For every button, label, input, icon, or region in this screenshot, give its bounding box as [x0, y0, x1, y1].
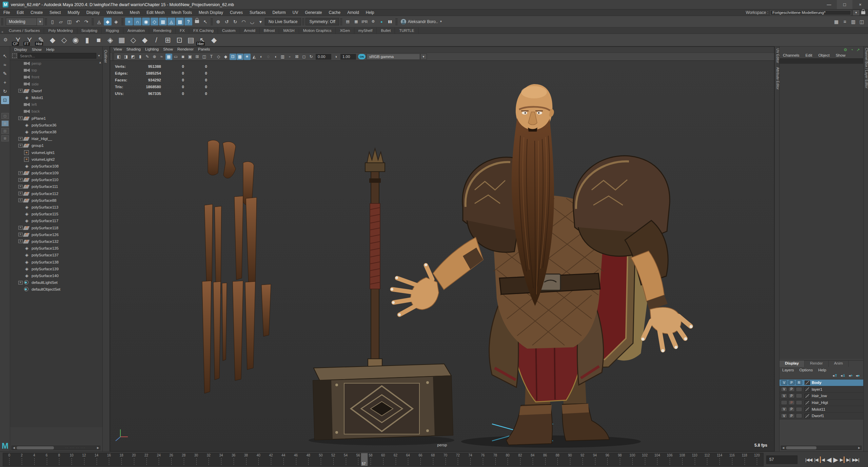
outliner-menu-item[interactable]: Display — [14, 47, 31, 52]
layer-render-toggle[interactable] — [796, 393, 802, 398]
lock-camera[interactable]: ◨ — [123, 54, 130, 60]
menu-item[interactable]: Edit — [13, 9, 27, 16]
menu-item[interactable]: Arnold — [344, 9, 362, 16]
drag-handle[interactable] — [121, 18, 124, 25]
outliner-item[interactable]: ◈ ☀ polySurface140 — [10, 272, 102, 279]
scroll-left-icon[interactable]: ◀ — [12, 446, 16, 449]
undo[interactable]: ↶ — [74, 18, 82, 25]
render-view[interactable]: ▤ — [344, 18, 352, 25]
hierarchy-select[interactable]: ↖ Hier — [197, 35, 208, 45]
menu-item[interactable]: Cache — [325, 9, 344, 16]
snap-view-plane[interactable]: ▦ — [159, 18, 167, 25]
cube-primitive[interactable]: ■ — [93, 35, 104, 45]
wireframe-mode[interactable]: ◇ — [215, 54, 222, 60]
more-dd[interactable]: ▾ — [257, 18, 264, 25]
select-camera[interactable]: ◧ — [116, 54, 122, 60]
layer-editor-menu-item[interactable]: Help — [818, 368, 826, 372]
expand-toggle[interactable] — [18, 185, 23, 189]
rotate-tool[interactable]: ↻ — [1, 87, 9, 95]
scroll-up-icon[interactable]: ▲ — [99, 61, 102, 64]
layer-color-swatch[interactable] — [805, 401, 810, 405]
outliner-item[interactable]: ◈ ☀ side — [10, 81, 102, 87]
shelf-tab[interactable]: myShelf — [354, 28, 377, 34]
layer-row[interactable]: V P Hair_low — [780, 393, 863, 400]
shelf-tab[interactable]: FX — [176, 28, 189, 34]
shelf-tab[interactable]: MASH — [279, 28, 299, 34]
sphere-primitive[interactable]: ◉ — [70, 35, 81, 45]
anti-aliasing[interactable]: ◖ — [272, 54, 279, 60]
select-object[interactable]: ◆ — [104, 18, 112, 25]
layout-single[interactable]: ▢ — [1, 113, 9, 119]
outliner-vertical-tab[interactable]: Outliner — [103, 46, 109, 66]
field-chart[interactable]: ⊞ — [194, 54, 201, 60]
curve-b[interactable]: ◡ — [248, 18, 256, 25]
redo[interactable]: ↷ — [82, 18, 90, 25]
selection-lock-icon[interactable] — [193, 18, 201, 25]
ambient-occlusion[interactable]: ◌ — [265, 54, 272, 60]
outliner-item[interactable]: ◈ ☀ polySurface135 — [10, 245, 102, 252]
outliner-item[interactable]: ◈ ☀ polySurface108 — [10, 163, 102, 170]
zoom-region[interactable]: ⊕ — [151, 54, 158, 60]
step-forward-frame[interactable]: ▶| — [846, 456, 850, 463]
outliner-item[interactable]: ◈ ☀ defaultLightSet — [10, 279, 102, 286]
menu-item[interactable]: Surfaces — [246, 9, 269, 16]
shelf-tab[interactable]: Poly Modeling — [44, 28, 77, 34]
outliner-item[interactable]: ◈ ☀ polySurface112 — [10, 190, 102, 197]
expand-toggle[interactable] — [18, 137, 23, 141]
channel-box-menu-item[interactable]: Channels — [783, 53, 800, 57]
snap-projected-center[interactable]: ◇ — [151, 18, 158, 25]
menu-item[interactable]: File — [0, 9, 13, 16]
layer-visibility-toggle[interactable]: V — [781, 393, 787, 398]
shelf-gear-icon[interactable]: ⚙ — [3, 37, 9, 43]
layout-split[interactable]: ◫ — [1, 128, 9, 134]
layer-playback-toggle[interactable]: P — [788, 393, 795, 398]
outliner-menu-item[interactable]: Show — [32, 47, 45, 52]
user-account-chip[interactable]: Aleksandr Boro.. ▼ — [399, 19, 445, 24]
outliner-item[interactable]: ◈ ☀ pPlane1 — [10, 115, 102, 122]
outliner-item[interactable]: ◈ ☀ defaultObjectSet — [10, 286, 102, 293]
freeze-transform[interactable]: Y FT — [24, 35, 35, 45]
new-scene[interactable]: ▯ — [48, 18, 56, 25]
fog[interactable]: ▥ — [279, 54, 286, 60]
safe-action[interactable]: ◫ — [201, 54, 208, 60]
expand-toggle[interactable] — [18, 192, 23, 195]
extrude[interactable]: ▮ — [82, 35, 93, 45]
menu-item[interactable]: Display — [83, 9, 103, 16]
outliner-item[interactable]: ◈ ☀ polySurface38 — [10, 129, 102, 135]
shelf-tab[interactable]: Rigging — [102, 28, 123, 34]
layer-render-toggle[interactable] — [796, 407, 802, 412]
quad-draw[interactable]: ▦ — [116, 35, 127, 45]
workspace-value[interactable]: Fortgeschrittene Modellierung* — [770, 10, 851, 15]
speed-gauge[interactable]: ◔ — [851, 47, 853, 52]
scrollbar-thumb[interactable] — [17, 446, 54, 449]
outliner-item[interactable]: ◈ ☀ group1 — [10, 142, 102, 149]
layer-editor-tab[interactable]: Anim — [829, 361, 849, 367]
graph-editor[interactable]: ↗ — [856, 47, 860, 52]
humanik[interactable]: ≡ — [841, 18, 849, 25]
grid-toggle[interactable]: ▦ — [165, 54, 172, 60]
play-backwards[interactable]: ◀ — [826, 455, 832, 464]
layer-row[interactable]: V P Molot11 — [780, 406, 863, 413]
move-tool[interactable]: + — [1, 78, 9, 86]
workspace-lock-icon[interactable] — [861, 11, 865, 14]
outliner-item[interactable]: ◈ ☀ volumeLight2 — [10, 156, 102, 163]
layer-playback-toggle[interactable]: P — [788, 380, 795, 385]
drag-handle[interactable] — [211, 18, 213, 25]
channel-box-menu-item[interactable]: Edit — [806, 53, 812, 57]
outliner-item[interactable]: ◈ ☀ Molot1 — [10, 94, 102, 101]
outliner-item[interactable]: ◈ ☀ polySurface113 — [10, 204, 102, 211]
textured-mode[interactable]: ⊡ — [230, 54, 236, 60]
rebuild[interactable]: ↻ — [231, 18, 239, 25]
scroll-right-icon[interactable]: ▶ — [857, 446, 861, 449]
select-hierarchy[interactable]: ◬ — [95, 18, 103, 25]
resolution-gate[interactable]: ◙ — [180, 54, 186, 60]
menu-item[interactable]: Mesh — [126, 9, 143, 16]
layer-color-swatch[interactable] — [805, 414, 810, 418]
shelf-tab[interactable]: Bifrost — [260, 28, 279, 34]
outliner-item[interactable]: ◈ ☀ polySurface137 — [10, 252, 102, 258]
scroll-left-icon[interactable]: ◀ — [781, 446, 785, 449]
search-dropdown-icon[interactable]: ▼ — [98, 54, 100, 57]
render-frame[interactable]: ▦ — [352, 18, 360, 25]
menu-item[interactable]: Edit Mesh — [143, 9, 168, 16]
multi-cut[interactable]: ◈ — [105, 35, 116, 45]
